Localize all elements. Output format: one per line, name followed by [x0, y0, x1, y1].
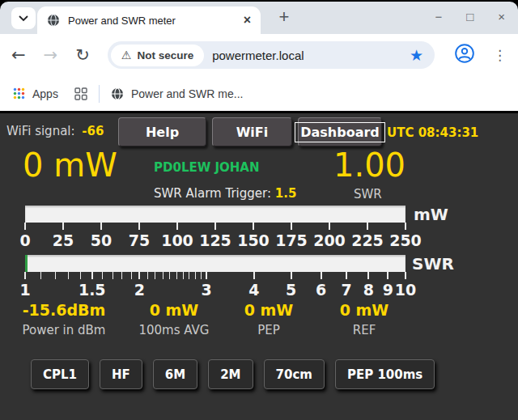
2m-button[interactable]: 2M: [208, 359, 253, 389]
bookmarks-divider: [99, 85, 100, 103]
hf-button[interactable]: HF: [100, 359, 142, 389]
tick-label: 1: [19, 281, 30, 299]
tick-label: 200: [313, 231, 346, 249]
tick-mark: [387, 272, 388, 279]
stat-value: 0 mW: [304, 301, 425, 319]
tick-mark: [100, 223, 102, 230]
pep-100ms-button[interactable]: PEP 100ms: [335, 359, 435, 389]
wifi-signal: WiFi signal: -66: [6, 124, 104, 138]
tab-close-icon[interactable]: ×: [244, 14, 251, 27]
tick-label: 4: [248, 281, 259, 299]
tick-label: 0: [19, 231, 30, 249]
security-chip[interactable]: ⚠ Not secure: [111, 45, 204, 66]
window-close-icon[interactable]: ×: [498, 6, 505, 28]
tick-mark: [24, 272, 26, 279]
browser-toolbar: ← → ↻ ⚠ Not secure powermeter.local ★ ⋮: [0, 34, 518, 76]
swr-readout: 1.00: [333, 149, 405, 181]
tick-label: 250: [389, 231, 422, 249]
help-button[interactable]: Help: [118, 117, 206, 146]
dashboard-button-label: Dashboard: [295, 122, 385, 142]
dashboard-button[interactable]: Dashboard: [298, 117, 382, 146]
back-icon[interactable]: ←: [11, 45, 26, 65]
stat-power-dbm: -15.6dBm Power in dBm: [3, 301, 125, 337]
tab-search-button[interactable]: [11, 7, 36, 29]
tick-mark: [131, 272, 132, 279]
tick-mark: [169, 272, 170, 279]
tick-mark: [102, 272, 103, 279]
tick-mark: [346, 272, 347, 279]
power-readout: 0 mW: [23, 149, 117, 181]
swr-meter-unit: SWR: [412, 254, 454, 274]
tick-mark: [195, 272, 196, 279]
tick-mark: [189, 272, 189, 279]
swr-alarm-trigger: SWR Alarm Trigger: 1.5: [154, 186, 296, 201]
warning-icon: ⚠: [121, 49, 132, 62]
cpl1-button[interactable]: CPL1: [31, 359, 89, 389]
tick-mark: [40, 272, 41, 279]
tick-mark: [183, 272, 184, 279]
tick-label: 125: [199, 231, 231, 249]
swr-caption: SWR: [354, 187, 382, 202]
utc-clock: UTC 08:43:31: [387, 125, 478, 140]
url-text[interactable]: powermeter.local: [212, 49, 410, 62]
swr-meter-scale: 11.52345678910: [25, 281, 405, 299]
minimize-icon[interactable]: −: [435, 6, 442, 28]
tick-mark: [253, 272, 255, 279]
tick-mark: [329, 223, 330, 230]
chevron-down-icon: [19, 15, 28, 22]
security-label: Not secure: [137, 49, 193, 62]
tick-mark: [121, 272, 122, 279]
tick-label: 9: [383, 281, 393, 299]
globe-icon: [47, 14, 60, 27]
apps-label[interactable]: Apps: [32, 87, 58, 100]
swr-meter-bar: [25, 255, 405, 272]
profile-button[interactable]: [454, 43, 475, 67]
collections-icon[interactable]: [74, 87, 87, 100]
6m-button[interactable]: 6M: [153, 359, 197, 389]
stat-value: -15.6dBm: [3, 301, 125, 319]
profile-icon: [454, 43, 475, 64]
bookmark-item[interactable]: Power and SWR me...: [131, 87, 244, 100]
power-meter-bar: [25, 206, 405, 223]
callsign: PD0LEW JOHAN: [154, 160, 260, 175]
tick-mark: [206, 272, 207, 279]
bookmark-globe-icon: [111, 87, 124, 100]
tick-mark: [321, 272, 322, 279]
tick-label: 5: [286, 281, 296, 299]
address-bar[interactable]: ⚠ Not secure powermeter.local ★: [108, 41, 435, 69]
new-tab-icon[interactable]: +: [272, 5, 296, 29]
browser-tab[interactable]: Power and SWR meter ×: [37, 6, 261, 34]
wifi-button[interactable]: WiFi: [212, 117, 292, 146]
tick-mark: [138, 272, 140, 279]
swr-alarm-label: SWR Alarm Trigger:: [154, 186, 271, 201]
swr-meter-ticks: [25, 272, 405, 279]
menu-kebab-icon[interactable]: ⋮: [493, 47, 507, 63]
bookmark-star-icon[interactable]: ★: [410, 46, 423, 64]
tick-label: 2: [134, 281, 145, 299]
reload-icon[interactable]: ↻: [75, 45, 90, 65]
power-meter-unit: mW: [414, 205, 448, 224]
tick-mark: [253, 223, 254, 230]
70cm-button[interactable]: 70cm: [264, 359, 325, 389]
tick-label: 8: [363, 281, 374, 299]
tick-mark: [405, 223, 406, 230]
maximize-icon[interactable]: □: [466, 6, 473, 28]
tick-mark: [367, 223, 368, 230]
bookmarks-bar: Apps Power and SWR me...: [0, 76, 518, 111]
swr-meter-fill: [25, 255, 28, 272]
tick-label: 25: [53, 231, 74, 249]
tab-title: Power and SWR meter: [68, 15, 239, 27]
page: WiFi signal: -66 Help WiFi Dashboard UTC…: [0, 111, 518, 420]
tab-strip: Power and SWR meter × + − □ ×: [0, 2, 518, 34]
band-button-row: CPL1 HF 6M 2M 70cm PEP 100ms: [31, 359, 435, 389]
stat-label: REF: [304, 323, 425, 337]
apps-grid-icon[interactable]: [13, 87, 25, 100]
tick-mark: [24, 223, 26, 230]
tick-mark: [113, 272, 113, 279]
tick-mark: [91, 272, 93, 279]
tick-mark: [68, 272, 69, 279]
tick-mark: [291, 223, 292, 230]
tick-mark: [405, 272, 406, 279]
tick-mark: [138, 223, 140, 230]
tick-mark: [62, 223, 64, 230]
